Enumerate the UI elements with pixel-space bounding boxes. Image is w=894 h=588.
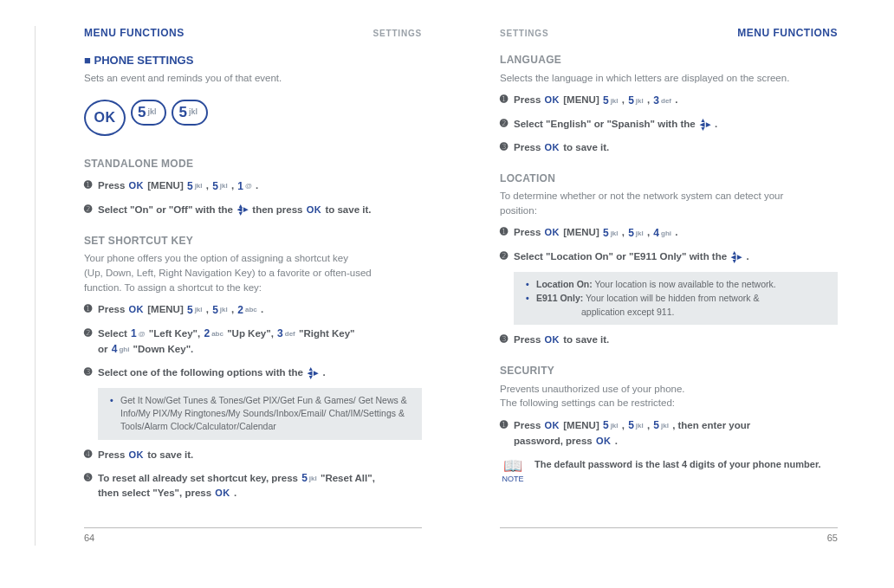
key-5: 5jkl bbox=[628, 418, 644, 433]
nav-key-icon: ▲◀ ▶▼ bbox=[700, 119, 710, 132]
bullet-1: ➊ bbox=[84, 178, 98, 192]
nav-key-icon: ▲◀ ▶▼ bbox=[308, 367, 318, 380]
ok-key-icon: OK bbox=[84, 100, 126, 136]
key-3: 3def bbox=[277, 326, 295, 341]
ok-key: OK bbox=[129, 303, 145, 317]
ok-key: OK bbox=[129, 449, 145, 462]
security-subtitle: Prevents unauthorized use of your phone.… bbox=[500, 382, 838, 410]
key-1: 1@ bbox=[131, 326, 146, 341]
ok-key: OK bbox=[545, 419, 560, 433]
right-header: SETTINGS MENU FUNCTIONS bbox=[500, 26, 838, 41]
location-step-3: ➌ Press OK to save it. bbox=[500, 333, 838, 347]
key-5: 5jkl bbox=[603, 226, 619, 241]
location-subtitle: To determine whether or not the network … bbox=[500, 189, 838, 217]
key-2: 2abc bbox=[237, 303, 256, 318]
key-5: 5jkl bbox=[603, 94, 619, 108]
shortcut-step-4: ➍ Press OK to save it. bbox=[84, 448, 422, 462]
key-5-icon: 5jkl bbox=[172, 100, 207, 126]
standalone-step-2: ➋ Select "On" or "Off" with the ▲◀ ▶▼ th… bbox=[84, 203, 422, 217]
key-4: 4ghi bbox=[653, 226, 671, 241]
shortcut-heading: SET SHORTCUT KEY bbox=[84, 234, 422, 249]
key-5: 5jkl bbox=[212, 303, 228, 318]
shortcut-desc: Your phone offers you the option of assi… bbox=[84, 251, 422, 294]
key-5: 5jkl bbox=[187, 303, 203, 318]
language-step-2: ➋ Select "English" or "Spanish" with the… bbox=[500, 117, 838, 132]
language-step-1: ➊ Press OK [MENU] 5jkl , 5jkl , 3def . bbox=[500, 93, 838, 108]
key-5: 5jkl bbox=[628, 94, 644, 108]
phone-settings-heading: PHONE SETTINGS bbox=[84, 53, 422, 69]
key-5-icon: 5jkl bbox=[131, 100, 166, 126]
ok-key: OK bbox=[307, 204, 322, 217]
note-icon: 📖 NOTE bbox=[500, 458, 526, 485]
key-5: 5jkl bbox=[653, 418, 669, 433]
location-callout: •Location On: Your location is now avail… bbox=[514, 272, 838, 326]
bullet-2: ➋ bbox=[84, 203, 98, 216]
shortcut-callout: •Get It Now/Get Tunes & Tones/Get PIX/Ge… bbox=[98, 388, 422, 440]
key-2: 2abc bbox=[204, 326, 223, 341]
shortcut-step-3: ➌ Select one of the following options wi… bbox=[84, 365, 422, 380]
standalone-step-1: ➊ Press OK [MENU] 5jkl , 5jkl , 1@ . bbox=[84, 178, 422, 194]
ok-key: OK bbox=[545, 333, 560, 347]
language-subtitle: Selects the language in which letters ar… bbox=[500, 71, 838, 86]
shortcut-step-5: ➎ To reset all already set shortcut key,… bbox=[84, 471, 422, 501]
page-number-right: 65 bbox=[500, 527, 838, 546]
key-5: 5jkl bbox=[301, 471, 317, 486]
nav-key-icon: ▲◀ ▶▼ bbox=[731, 251, 742, 264]
header-sub-left: SETTINGS bbox=[373, 28, 422, 41]
page-number-left: 64 bbox=[84, 527, 422, 546]
location-step-2: ➋ Select "Location On" or "E911 Only" wi… bbox=[500, 249, 838, 264]
phone-settings-subtitle: Sets an event and reminds you of that ev… bbox=[84, 71, 422, 86]
security-heading: SECURITY bbox=[500, 364, 838, 378]
ok-key: OK bbox=[215, 487, 230, 501]
left-header: MENU FUNCTIONS SETTINGS bbox=[84, 26, 422, 41]
nav-key-icon: ▲◀ ▶▼ bbox=[237, 204, 248, 217]
key-5: 5jkl bbox=[187, 179, 203, 194]
page-spread: MENU FUNCTIONS SETTINGS PHONE SETTINGS S… bbox=[35, 26, 877, 546]
shortcut-step-2: ➋ Select 1@ "Left Key", 2abc "Up Key", 3… bbox=[84, 326, 422, 357]
key-5: 5jkl bbox=[628, 226, 644, 241]
header-sub-right: SETTINGS bbox=[500, 28, 548, 41]
language-heading: LANGUAGE bbox=[500, 53, 838, 68]
key-5: 5jkl bbox=[212, 179, 228, 194]
ok-key: OK bbox=[545, 141, 560, 155]
ok-key: OK bbox=[545, 94, 560, 107]
right-page: SETTINGS MENU FUNCTIONS LANGUAGE Selects… bbox=[500, 26, 838, 546]
note-text: The default password is the last 4 digit… bbox=[534, 458, 838, 472]
security-step-1: ➊ Press OK [MENU] 5jkl , 5jkl , 5jkl , t… bbox=[500, 418, 838, 449]
key-5: 5jkl bbox=[603, 418, 619, 433]
header-main-left: MENU FUNCTIONS bbox=[84, 26, 185, 41]
key-3: 3def bbox=[653, 94, 671, 108]
ok-key: OK bbox=[596, 435, 612, 449]
left-page: MENU FUNCTIONS SETTINGS PHONE SETTINGS S… bbox=[84, 26, 422, 546]
header-main-right: MENU FUNCTIONS bbox=[737, 26, 838, 41]
key-4: 4ghi bbox=[112, 342, 130, 357]
key-1: 1@ bbox=[237, 179, 252, 194]
language-step-3: ➌ Press OK to save it. bbox=[500, 140, 838, 155]
security-note: 📖 NOTE The default password is the last … bbox=[500, 458, 838, 485]
standalone-heading: STANDALONE MODE bbox=[84, 157, 422, 171]
shortcut-step-1: ➊ Press OK [MENU] 5jkl , 5jkl , 2abc . bbox=[84, 302, 422, 318]
ok-key: OK bbox=[129, 179, 145, 193]
location-step-1: ➊ Press OK [MENU] 5jkl , 5jkl , 4ghi . bbox=[500, 225, 838, 241]
key-diagram: OK 5jkl 5jkl bbox=[84, 100, 422, 136]
ok-key: OK bbox=[545, 226, 560, 240]
location-heading: LOCATION bbox=[500, 171, 838, 186]
